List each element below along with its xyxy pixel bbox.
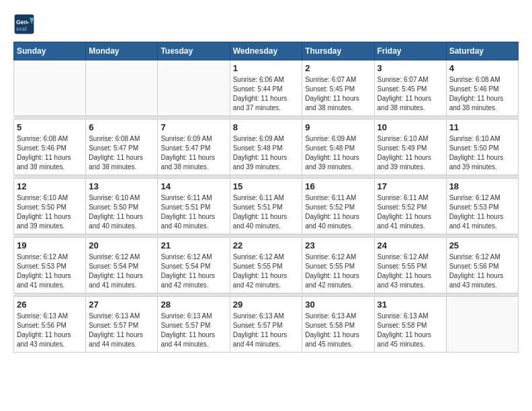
day-number: 8 <box>233 122 300 132</box>
day-number: 29 <box>233 300 300 310</box>
calendar-cell: 22Sunrise: 6:12 AM Sunset: 5:55 PM Dayli… <box>230 238 302 293</box>
calendar-cell: 5Sunrise: 6:08 AM Sunset: 5:46 PM Daylig… <box>14 120 86 175</box>
day-info: Sunrise: 6:12 AM Sunset: 5:55 PM Dayligh… <box>378 253 443 290</box>
day-number: 18 <box>449 181 515 191</box>
day-number: 24 <box>378 240 443 250</box>
day-info: Sunrise: 6:07 AM Sunset: 5:45 PM Dayligh… <box>305 75 371 113</box>
calendar-table: SundayMondayTuesdayWednesdayThursdayFrid… <box>13 42 519 353</box>
day-info: Sunrise: 6:12 AM Sunset: 5:53 PM Dayligh… <box>17 253 83 290</box>
day-number: 31 <box>378 300 443 310</box>
calendar-cell: 9Sunrise: 6:09 AM Sunset: 5:48 PM Daylig… <box>302 120 374 175</box>
day-number: 15 <box>233 181 300 191</box>
day-info: Sunrise: 6:13 AM Sunset: 5:56 PM Dayligh… <box>17 312 83 349</box>
calendar-cell: 3Sunrise: 6:07 AM Sunset: 5:45 PM Daylig… <box>374 60 446 116</box>
calendar-cell: 10Sunrise: 6:10 AM Sunset: 5:49 PM Dayli… <box>374 120 446 175</box>
day-info: Sunrise: 6:12 AM Sunset: 5:53 PM Dayligh… <box>449 193 515 231</box>
calendar-cell: 7Sunrise: 6:09 AM Sunset: 5:47 PM Daylig… <box>158 120 230 175</box>
calendar-cell: 28Sunrise: 6:13 AM Sunset: 5:57 PM Dayli… <box>158 297 230 353</box>
logo: Gen- eral <box>13 13 38 35</box>
day-number: 25 <box>449 240 515 250</box>
column-header-wednesday: Wednesday <box>230 42 302 60</box>
day-info: Sunrise: 6:08 AM Sunset: 5:46 PM Dayligh… <box>17 134 83 172</box>
day-number: 28 <box>161 300 226 310</box>
day-number: 5 <box>17 122 83 132</box>
page-header: Gen- eral <box>13 13 519 35</box>
calendar-cell: 14Sunrise: 6:11 AM Sunset: 5:51 PM Dayli… <box>158 179 230 234</box>
calendar-cell <box>14 60 86 116</box>
day-number: 23 <box>305 240 371 250</box>
calendar-cell: 30Sunrise: 6:13 AM Sunset: 5:58 PM Dayli… <box>302 297 374 353</box>
column-header-thursday: Thursday <box>302 42 374 60</box>
calendar-cell: 19Sunrise: 6:12 AM Sunset: 5:53 PM Dayli… <box>14 238 86 293</box>
calendar-cell: 21Sunrise: 6:12 AM Sunset: 5:54 PM Dayli… <box>158 238 230 293</box>
calendar-week-row: 26Sunrise: 6:13 AM Sunset: 5:56 PM Dayli… <box>14 297 519 353</box>
day-info: Sunrise: 6:08 AM Sunset: 5:47 PM Dayligh… <box>89 134 154 172</box>
calendar-cell: 26Sunrise: 6:13 AM Sunset: 5:56 PM Dayli… <box>14 297 86 353</box>
day-number: 30 <box>305 300 371 310</box>
day-info: Sunrise: 6:11 AM Sunset: 5:52 PM Dayligh… <box>305 193 371 231</box>
day-number: 19 <box>17 240 83 250</box>
column-header-friday: Friday <box>374 42 446 60</box>
day-number: 9 <box>305 122 371 132</box>
column-header-monday: Monday <box>86 42 158 60</box>
day-info: Sunrise: 6:12 AM Sunset: 5:55 PM Dayligh… <box>305 253 371 290</box>
svg-text:Gen-: Gen- <box>16 19 30 26</box>
day-info: Sunrise: 6:12 AM Sunset: 5:54 PM Dayligh… <box>89 253 154 290</box>
day-number: 22 <box>233 240 300 250</box>
day-number: 21 <box>161 240 226 250</box>
calendar-cell: 2Sunrise: 6:07 AM Sunset: 5:45 PM Daylig… <box>302 60 374 116</box>
day-info: Sunrise: 6:12 AM Sunset: 5:56 PM Dayligh… <box>449 253 515 290</box>
column-header-sunday: Sunday <box>14 42 86 60</box>
day-number: 14 <box>161 181 226 191</box>
day-info: Sunrise: 6:10 AM Sunset: 5:50 PM Dayligh… <box>449 134 515 172</box>
day-number: 1 <box>233 63 300 73</box>
column-header-tuesday: Tuesday <box>158 42 230 60</box>
calendar-header-row: SundayMondayTuesdayWednesdayThursdayFrid… <box>14 42 519 60</box>
day-number: 2 <box>305 63 371 73</box>
calendar-cell <box>158 60 230 116</box>
day-info: Sunrise: 6:06 AM Sunset: 5:44 PM Dayligh… <box>233 75 300 113</box>
calendar-cell: 11Sunrise: 6:10 AM Sunset: 5:50 PM Dayli… <box>446 120 518 175</box>
day-info: Sunrise: 6:10 AM Sunset: 5:50 PM Dayligh… <box>89 193 154 231</box>
day-number: 3 <box>378 63 443 73</box>
calendar-cell <box>86 60 158 116</box>
day-number: 12 <box>17 181 83 191</box>
calendar-cell: 12Sunrise: 6:10 AM Sunset: 5:50 PM Dayli… <box>14 179 86 234</box>
calendar-cell: 23Sunrise: 6:12 AM Sunset: 5:55 PM Dayli… <box>302 238 374 293</box>
calendar-week-row: 1Sunrise: 6:06 AM Sunset: 5:44 PM Daylig… <box>14 60 519 116</box>
day-info: Sunrise: 6:10 AM Sunset: 5:50 PM Dayligh… <box>17 193 83 231</box>
day-number: 4 <box>449 63 515 73</box>
calendar-cell: 31Sunrise: 6:13 AM Sunset: 5:58 PM Dayli… <box>374 297 446 353</box>
day-info: Sunrise: 6:10 AM Sunset: 5:49 PM Dayligh… <box>378 134 443 172</box>
day-number: 10 <box>378 122 443 132</box>
day-info: Sunrise: 6:13 AM Sunset: 5:57 PM Dayligh… <box>161 312 226 349</box>
day-info: Sunrise: 6:11 AM Sunset: 5:51 PM Dayligh… <box>233 193 300 231</box>
calendar-cell: 8Sunrise: 6:09 AM Sunset: 5:48 PM Daylig… <box>230 120 302 175</box>
day-number: 20 <box>89 240 154 250</box>
calendar-cell: 4Sunrise: 6:08 AM Sunset: 5:46 PM Daylig… <box>446 60 518 116</box>
calendar-cell: 17Sunrise: 6:11 AM Sunset: 5:52 PM Dayli… <box>374 179 446 234</box>
calendar-cell: 18Sunrise: 6:12 AM Sunset: 5:53 PM Dayli… <box>446 179 518 234</box>
calendar-cell: 25Sunrise: 6:12 AM Sunset: 5:56 PM Dayli… <box>446 238 518 293</box>
day-info: Sunrise: 6:08 AM Sunset: 5:46 PM Dayligh… <box>449 75 515 113</box>
day-info: Sunrise: 6:12 AM Sunset: 5:55 PM Dayligh… <box>233 253 300 290</box>
day-info: Sunrise: 6:12 AM Sunset: 5:54 PM Dayligh… <box>161 253 226 290</box>
day-info: Sunrise: 6:09 AM Sunset: 5:48 PM Dayligh… <box>233 134 300 172</box>
day-number: 27 <box>89 300 154 310</box>
day-number: 26 <box>17 300 83 310</box>
day-info: Sunrise: 6:13 AM Sunset: 5:57 PM Dayligh… <box>233 312 300 349</box>
calendar-cell: 27Sunrise: 6:13 AM Sunset: 5:57 PM Dayli… <box>86 297 158 353</box>
calendar-cell: 6Sunrise: 6:08 AM Sunset: 5:47 PM Daylig… <box>86 120 158 175</box>
calendar-cell: 29Sunrise: 6:13 AM Sunset: 5:57 PM Dayli… <box>230 297 302 353</box>
calendar-week-row: 19Sunrise: 6:12 AM Sunset: 5:53 PM Dayli… <box>14 238 519 293</box>
day-number: 11 <box>449 122 515 132</box>
day-info: Sunrise: 6:13 AM Sunset: 5:58 PM Dayligh… <box>305 312 371 349</box>
day-info: Sunrise: 6:13 AM Sunset: 5:57 PM Dayligh… <box>89 312 154 349</box>
column-header-saturday: Saturday <box>446 42 518 60</box>
calendar-week-row: 12Sunrise: 6:10 AM Sunset: 5:50 PM Dayli… <box>14 179 519 234</box>
calendar-week-row: 5Sunrise: 6:08 AM Sunset: 5:46 PM Daylig… <box>14 120 519 175</box>
day-info: Sunrise: 6:11 AM Sunset: 5:52 PM Dayligh… <box>378 193 443 231</box>
day-number: 16 <box>305 181 371 191</box>
day-info: Sunrise: 6:09 AM Sunset: 5:48 PM Dayligh… <box>305 134 371 172</box>
calendar-cell: 24Sunrise: 6:12 AM Sunset: 5:55 PM Dayli… <box>374 238 446 293</box>
